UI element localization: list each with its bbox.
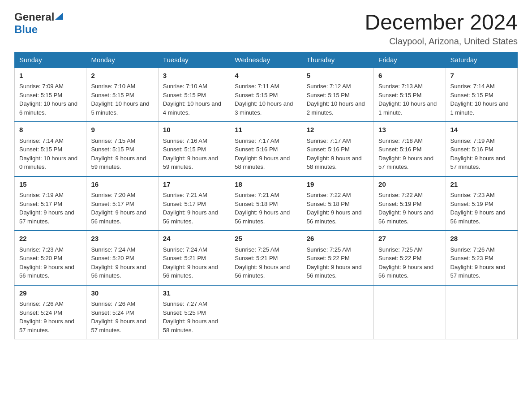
day-number: 17 (163, 180, 225, 190)
header-thursday: Thursday (302, 52, 373, 68)
day-number: 31 (163, 288, 225, 299)
calendar-cell: 24 Sunrise: 7:24 AMSunset: 5:21 PMDaylig… (158, 231, 230, 285)
day-number: 13 (378, 125, 441, 135)
calendar-cell: 20 Sunrise: 7:22 AMSunset: 5:19 PMDaylig… (374, 176, 446, 231)
day-number: 27 (378, 234, 441, 244)
header-wednesday: Wednesday (230, 52, 302, 68)
logo-general-text: General (14, 11, 54, 23)
day-info: Sunrise: 7:20 AMSunset: 5:17 PMDaylight:… (91, 192, 146, 225)
day-number: 9 (91, 125, 153, 135)
day-info: Sunrise: 7:25 AMSunset: 5:22 PMDaylight:… (307, 246, 362, 279)
calendar-week-1: 1 Sunrise: 7:09 AMSunset: 5:15 PMDayligh… (15, 68, 518, 122)
day-info: Sunrise: 7:24 AMSunset: 5:20 PMDaylight:… (91, 246, 146, 279)
logo: General Blue (14, 11, 63, 36)
day-info: Sunrise: 7:10 AMSunset: 5:15 PMDaylight:… (163, 83, 221, 116)
day-number: 18 (235, 180, 297, 190)
day-info: Sunrise: 7:26 AMSunset: 5:24 PMDaylight:… (91, 300, 146, 334)
calendar-cell (374, 285, 446, 339)
location-title: Claypool, Arizona, United States (365, 36, 518, 47)
calendar-cell: 5 Sunrise: 7:12 AMSunset: 5:15 PMDayligh… (302, 68, 373, 122)
calendar-cell: 23 Sunrise: 7:24 AMSunset: 5:20 PMDaylig… (86, 231, 158, 285)
header-sunday: Sunday (15, 52, 86, 68)
day-info: Sunrise: 7:21 AMSunset: 5:17 PMDaylight:… (163, 192, 218, 225)
day-info: Sunrise: 7:25 AMSunset: 5:22 PMDaylight:… (378, 246, 433, 279)
day-number: 10 (163, 125, 225, 135)
calendar-cell: 3 Sunrise: 7:10 AMSunset: 5:15 PMDayligh… (158, 68, 230, 122)
day-info: Sunrise: 7:22 AMSunset: 5:18 PMDaylight:… (307, 192, 362, 225)
header-saturday: Saturday (446, 52, 517, 68)
header-tuesday: Tuesday (158, 52, 230, 68)
calendar-cell: 13 Sunrise: 7:18 AMSunset: 5:16 PMDaylig… (374, 122, 446, 176)
day-info: Sunrise: 7:15 AMSunset: 5:15 PMDaylight:… (91, 137, 146, 171)
day-info: Sunrise: 7:17 AMSunset: 5:16 PMDaylight:… (307, 137, 362, 171)
day-number: 8 (19, 125, 82, 135)
calendar-cell: 7 Sunrise: 7:14 AMSunset: 5:15 PMDayligh… (446, 68, 517, 122)
calendar-cell: 31 Sunrise: 7:27 AMSunset: 5:25 PMDaylig… (158, 285, 230, 339)
day-info: Sunrise: 7:14 AMSunset: 5:15 PMDaylight:… (450, 83, 509, 116)
calendar-cell: 27 Sunrise: 7:25 AMSunset: 5:22 PMDaylig… (374, 231, 446, 285)
day-info: Sunrise: 7:25 AMSunset: 5:21 PMDaylight:… (235, 246, 290, 279)
day-number: 26 (307, 234, 369, 244)
day-info: Sunrise: 7:13 AMSunset: 5:15 PMDaylight:… (378, 83, 437, 116)
calendar-cell: 4 Sunrise: 7:11 AMSunset: 5:15 PMDayligh… (230, 68, 302, 122)
day-number: 23 (91, 234, 153, 244)
day-info: Sunrise: 7:11 AMSunset: 5:15 PMDaylight:… (235, 83, 293, 116)
calendar-cell: 14 Sunrise: 7:19 AMSunset: 5:16 PMDaylig… (446, 122, 517, 176)
calendar-cell: 8 Sunrise: 7:14 AMSunset: 5:15 PMDayligh… (15, 122, 86, 176)
day-number: 29 (19, 288, 82, 299)
day-info: Sunrise: 7:23 AMSunset: 5:19 PMDaylight:… (450, 192, 506, 225)
header-monday: Monday (86, 52, 158, 68)
day-number: 25 (235, 234, 297, 244)
day-number: 5 (307, 71, 369, 81)
calendar-cell (230, 285, 302, 339)
day-info: Sunrise: 7:19 AMSunset: 5:16 PMDaylight:… (450, 137, 506, 171)
calendar-week-2: 8 Sunrise: 7:14 AMSunset: 5:15 PMDayligh… (15, 122, 518, 176)
day-info: Sunrise: 7:26 AMSunset: 5:23 PMDaylight:… (450, 246, 506, 279)
day-info: Sunrise: 7:12 AMSunset: 5:15 PMDaylight:… (307, 83, 365, 116)
day-number: 7 (450, 71, 513, 81)
day-number: 11 (235, 125, 297, 135)
calendar-cell: 26 Sunrise: 7:25 AMSunset: 5:22 PMDaylig… (302, 231, 373, 285)
day-info: Sunrise: 7:21 AMSunset: 5:18 PMDaylight:… (235, 192, 290, 225)
day-info: Sunrise: 7:26 AMSunset: 5:24 PMDaylight:… (19, 300, 74, 334)
day-info: Sunrise: 7:10 AMSunset: 5:15 PMDaylight:… (91, 83, 149, 116)
svg-marker-0 (55, 13, 63, 20)
day-info: Sunrise: 7:19 AMSunset: 5:17 PMDaylight:… (19, 192, 74, 225)
title-block: December 2024 Claypool, Arizona, United … (365, 11, 518, 47)
calendar-cell: 29 Sunrise: 7:26 AMSunset: 5:24 PMDaylig… (15, 285, 86, 339)
day-number: 28 (450, 234, 513, 244)
month-title: December 2024 (365, 11, 518, 34)
calendar-header-row: SundayMondayTuesdayWednesdayThursdayFrid… (15, 52, 518, 68)
day-number: 6 (378, 71, 441, 81)
day-number: 4 (235, 71, 297, 81)
calendar-week-5: 29 Sunrise: 7:26 AMSunset: 5:24 PMDaylig… (15, 285, 518, 339)
day-info: Sunrise: 7:17 AMSunset: 5:16 PMDaylight:… (235, 137, 290, 171)
logo-triangle-icon (55, 13, 63, 20)
day-number: 14 (450, 125, 513, 135)
calendar-cell: 30 Sunrise: 7:26 AMSunset: 5:24 PMDaylig… (86, 285, 158, 339)
day-info: Sunrise: 7:22 AMSunset: 5:19 PMDaylight:… (378, 192, 433, 225)
calendar-cell: 22 Sunrise: 7:23 AMSunset: 5:20 PMDaylig… (15, 231, 86, 285)
day-number: 15 (19, 180, 82, 190)
page-header: General Blue December 2024 Claypool, Ari… (14, 11, 518, 47)
calendar-cell: 21 Sunrise: 7:23 AMSunset: 5:19 PMDaylig… (446, 176, 517, 231)
calendar-cell: 11 Sunrise: 7:17 AMSunset: 5:16 PMDaylig… (230, 122, 302, 176)
day-info: Sunrise: 7:23 AMSunset: 5:20 PMDaylight:… (19, 246, 74, 279)
calendar-cell: 1 Sunrise: 7:09 AMSunset: 5:15 PMDayligh… (15, 68, 86, 122)
calendar-cell (302, 285, 373, 339)
day-info: Sunrise: 7:16 AMSunset: 5:15 PMDaylight:… (163, 137, 218, 171)
calendar-cell: 28 Sunrise: 7:26 AMSunset: 5:23 PMDaylig… (446, 231, 517, 285)
calendar-cell: 15 Sunrise: 7:19 AMSunset: 5:17 PMDaylig… (15, 176, 86, 231)
day-number: 30 (91, 288, 153, 299)
day-number: 1 (19, 71, 82, 81)
calendar-cell: 17 Sunrise: 7:21 AMSunset: 5:17 PMDaylig… (158, 176, 230, 231)
calendar-week-3: 15 Sunrise: 7:19 AMSunset: 5:17 PMDaylig… (15, 176, 518, 231)
day-number: 2 (91, 71, 153, 81)
calendar-cell: 25 Sunrise: 7:25 AMSunset: 5:21 PMDaylig… (230, 231, 302, 285)
day-number: 3 (163, 71, 225, 81)
calendar-table: SundayMondayTuesdayWednesdayThursdayFrid… (14, 52, 518, 340)
calendar-week-4: 22 Sunrise: 7:23 AMSunset: 5:20 PMDaylig… (15, 231, 518, 285)
day-number: 21 (450, 180, 513, 190)
logo-blue-text: Blue (14, 23, 38, 35)
day-number: 12 (307, 125, 369, 135)
